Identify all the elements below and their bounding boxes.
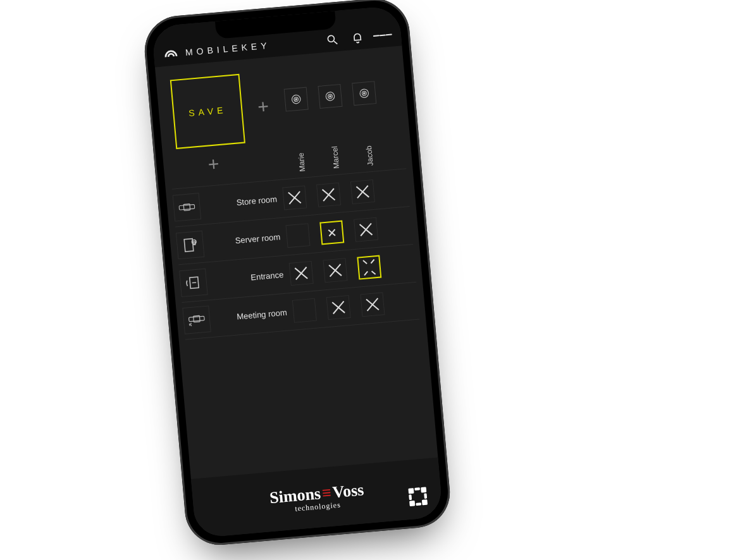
access-cell[interactable] — [282, 185, 307, 210]
svg-rect-25 — [416, 502, 421, 506]
phone-screen: MOBILEKEY SAVE + + — [151, 5, 443, 538]
app-body: SAVE + + Marie Marce — [155, 46, 438, 479]
app-logo-icon — [162, 44, 180, 64]
cylinder-wifi-icon[interactable] — [182, 305, 211, 334]
brand-separator-icon: ≡ — [320, 483, 333, 502]
lock-label: Server room — [207, 231, 287, 248]
phone-frame: MOBILEKEY SAVE + + — [142, 0, 453, 548]
svg-rect-11 — [179, 204, 195, 210]
menu-icon[interactable] — [373, 25, 393, 46]
svg-rect-27 — [424, 493, 427, 499]
simonsvoss-logo: Simons≡Voss technologies — [269, 480, 366, 516]
svg-line-1 — [334, 41, 337, 44]
access-cell[interactable] — [354, 217, 378, 241]
add-user-button[interactable]: + — [253, 96, 274, 117]
svg-point-7 — [330, 95, 331, 97]
svg-point-0 — [328, 35, 335, 42]
access-cell[interactable] — [360, 292, 385, 317]
brand-part-b: Voss — [331, 480, 364, 501]
bell-icon[interactable] — [347, 27, 368, 48]
allegion-logo-icon — [406, 485, 429, 508]
access-cell[interactable] — [292, 298, 317, 323]
app-title: MOBILEKEY — [185, 40, 271, 58]
access-cell[interactable] — [350, 180, 375, 204]
svg-rect-26 — [409, 494, 412, 500]
svg-rect-21 — [421, 487, 426, 492]
svg-rect-18 — [188, 316, 204, 322]
svg-rect-24 — [414, 487, 420, 490]
search-icon[interactable] — [322, 30, 343, 51]
user-label[interactable]: Jacob — [355, 118, 381, 167]
svg-line-17 — [192, 282, 196, 283]
access-cell[interactable] — [323, 258, 347, 283]
user-label[interactable]: Marcel — [321, 121, 348, 171]
access-cell[interactable] — [326, 295, 351, 320]
access-cell-selected[interactable] — [319, 220, 344, 245]
access-cell-pending[interactable] — [357, 255, 381, 279]
user-labels: Marie Marcel Jacob — [287, 118, 382, 173]
lock-label: Entrance — [210, 269, 290, 286]
access-cell[interactable] — [289, 260, 314, 285]
save-button[interactable]: SAVE — [170, 74, 245, 149]
access-matrix: Store room Server room — [172, 168, 420, 340]
access-cell[interactable] — [285, 223, 310, 248]
keyfob-icon[interactable] — [318, 84, 343, 109]
svg-point-4 — [295, 99, 297, 100]
svg-point-10 — [363, 92, 365, 94]
svg-rect-22 — [409, 501, 415, 506]
user-label[interactable]: Marie — [287, 123, 314, 173]
lock-label: Meeting room — [213, 307, 293, 323]
user-key-icons — [284, 81, 377, 111]
add-lock-button[interactable]: + — [203, 154, 224, 175]
reader-icon[interactable] — [179, 268, 208, 297]
lock-label: Store room — [204, 194, 284, 210]
svg-rect-23 — [422, 499, 428, 505]
access-cell[interactable] — [316, 182, 341, 207]
svg-rect-15 — [193, 241, 195, 245]
svg-rect-20 — [408, 488, 414, 494]
keyfob-icon[interactable] — [352, 81, 376, 106]
save-button-label: SAVE — [188, 105, 227, 118]
cylinder-icon[interactable] — [173, 193, 202, 222]
door-lock-icon[interactable] — [176, 230, 205, 259]
keyfob-icon[interactable] — [284, 87, 309, 112]
